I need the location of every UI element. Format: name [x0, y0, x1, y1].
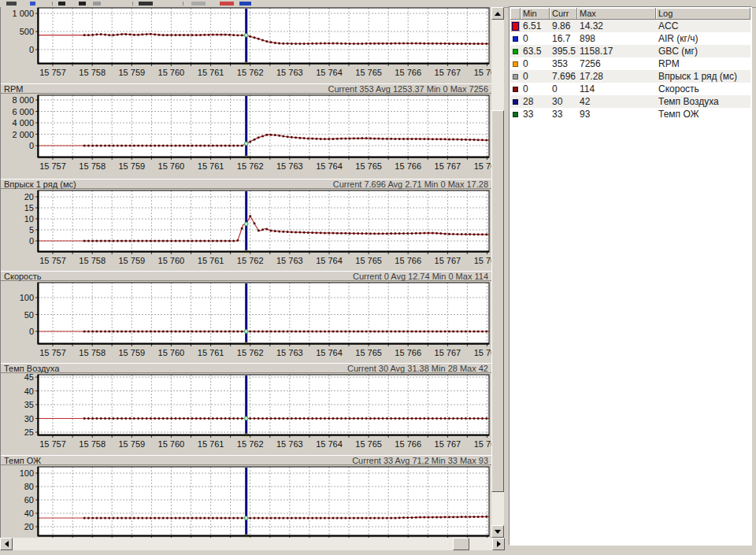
chart-title: Скорость	[4, 272, 42, 281]
chart-plot-vprysk[interactable]: 2015105015 75715 75815 75915 76015 76115…	[1, 179, 491, 271]
series-color-swatch[interactable]	[513, 36, 518, 42]
chart-plot-temp-vozduha[interactable]: 454035302515 75715 75815 75915 76015 761…	[1, 363, 491, 455]
chart-plot-gbc[interactable]: 1 000500015 75715 75815 75915 76015 7611…	[1, 7, 491, 83]
legend-color-cell	[510, 22, 521, 31]
legend-row-GBC (мг)[interactable]: 63.5395.51158.17GBC (мг)	[510, 45, 750, 57]
toolbar-button-fragment[interactable]	[132, 2, 133, 6]
svg-text:15 761: 15 761	[198, 68, 224, 77]
toolbar-button-fragment[interactable]	[6, 2, 17, 6]
chart-block-rpm: RPM Current 353 Avg 1253.37 Min 0 Max 72…	[1, 83, 491, 179]
svg-text:15 762: 15 762	[237, 256, 264, 265]
toolbar-button-fragment[interactable]	[30, 2, 35, 6]
series-color-swatch[interactable]	[513, 61, 518, 67]
svg-text:15 767: 15 767	[435, 439, 461, 449]
toolbar-button-fragment[interactable]	[93, 2, 101, 6]
legend-header-color[interactable]	[510, 8, 521, 20]
scroll-up-button[interactable]	[491, 7, 504, 20]
scroll-down-button[interactable]	[491, 525, 504, 538]
toolbar-button-fragment[interactable]	[52, 2, 53, 6]
legend-cell-log: Темп ОЖ	[656, 109, 750, 120]
svg-text:15 766: 15 766	[395, 439, 421, 449]
legend-cell-log: GBC (мг)	[656, 46, 750, 57]
scroll-right-button[interactable]	[492, 538, 505, 550]
series-color-swatch[interactable]	[513, 49, 518, 54]
svg-text:15 757: 15 757	[39, 256, 66, 265]
svg-text:15 757: 15 757	[39, 348, 66, 357]
svg-text:15 761: 15 761	[198, 256, 224, 265]
toolbar-button-fragment[interactable]	[79, 2, 86, 6]
chart-title: Впрыск 1 ряд (мс)	[4, 179, 76, 189]
vertical-scrollbar[interactable]	[491, 7, 504, 538]
legend-cell-curr: 353	[550, 58, 577, 69]
legend-row-RPM[interactable]: 03537256RPM	[510, 57, 750, 70]
series-color-swatch[interactable]	[513, 99, 518, 105]
series-color-swatch[interactable]	[513, 87, 518, 92]
svg-text:100: 100	[20, 468, 34, 478]
legend-row-Скорость[interactable]: 00114Скорость	[510, 83, 750, 95]
legend-table-body: 6.519.8614.32ACC016.7898AIR (кг/ч)63.539…	[510, 20, 750, 120]
chart-title: RPM	[4, 84, 23, 94]
svg-text:60: 60	[24, 495, 34, 505]
chart-area: 1 000500015 75715 75815 75915 76015 7611…	[0, 7, 491, 538]
svg-text:15 763: 15 763	[276, 256, 303, 265]
legend-cell-min: 63.5	[521, 46, 550, 57]
legend-table-header: Min Curr Max Log	[510, 8, 750, 20]
chart-plot-skorost[interactable]: 10050015 75715 75815 75915 76015 76115 7…	[1, 271, 491, 363]
legend-row-Впрыск 1 ряд (мс)[interactable]: 07.69617.28Впрыск 1 ряд (мс)	[510, 70, 750, 83]
legend-cell-max: 1158.17	[577, 46, 656, 57]
legend-row-AIR (кг/ч)[interactable]: 016.7898AIR (кг/ч)	[510, 32, 750, 45]
svg-text:15 768: 15 768	[474, 161, 491, 171]
svg-text:15 760: 15 760	[158, 68, 185, 77]
toolbar-button-fragment[interactable]	[239, 2, 251, 6]
legend-cell-min: 6.51	[521, 20, 550, 31]
series-color-swatch[interactable]	[512, 22, 519, 31]
legend-header-max[interactable]: Max	[577, 8, 656, 20]
toolbar-button-fragment[interactable]	[191, 2, 206, 6]
svg-text:45: 45	[24, 372, 34, 382]
left-arrow-icon	[5, 541, 9, 547]
legend-row-Темп ОЖ[interactable]: 333393Темп ОЖ	[510, 108, 750, 120]
svg-text:15 764: 15 764	[316, 439, 343, 449]
vertical-scroll-thumb[interactable]	[491, 110, 504, 492]
toolbar-button-fragment[interactable]	[58, 2, 65, 6]
svg-text:15 765: 15 765	[355, 161, 382, 171]
horizontal-scroll-thumb[interactable]	[453, 538, 469, 550]
svg-text:15 764: 15 764	[316, 68, 343, 77]
svg-text:15 767: 15 767	[435, 348, 461, 357]
legend-header-min[interactable]: Min	[521, 8, 550, 20]
chart-header-temp-ozh: Темп ОЖ Current 33 Avg 71.2 Min 33 Max 9…	[1, 455, 491, 465]
legend-row-Темп Воздуха[interactable]: 283042Темп Воздуха	[510, 95, 750, 108]
scroll-left-button[interactable]	[0, 538, 13, 550]
legend-cell-min: 0	[521, 33, 550, 44]
svg-text:15 758: 15 758	[79, 256, 106, 265]
chart-stats: Current 7.696 Avg 2.71 Min 0 Max 17.28	[333, 179, 488, 189]
legend-header-log[interactable]: Log	[656, 8, 750, 20]
chart-title: Темп Воздуха	[4, 364, 59, 373]
svg-text:15 764: 15 764	[316, 256, 343, 265]
chart-plot-rpm[interactable]: 8 0006 0004 0002 000015 75715 75815 7591…	[1, 83, 491, 179]
legend-panel-inner: Min Curr Max Log 6.519.8614.32ACC016.789…	[510, 8, 750, 544]
legend-cell-min: 28	[521, 96, 550, 107]
series-color-swatch[interactable]	[513, 112, 518, 117]
svg-text:15 760: 15 760	[158, 161, 185, 171]
toolbar-button-fragment[interactable]	[220, 2, 234, 6]
chart-block-skorost: Скорость Current 0 Avg 12.74 Min 0 Max 1…	[1, 271, 491, 363]
chart-plot-temp-ozh[interactable]: 10080604020	[1, 455, 491, 538]
svg-text:15 761: 15 761	[198, 348, 224, 357]
chart-block-temp-ozh: Темп ОЖ Current 33 Avg 71.2 Min 33 Max 9…	[1, 455, 491, 538]
series-color-swatch[interactable]	[513, 74, 518, 80]
legend-row-ACC[interactable]: 6.519.8614.32ACC	[510, 20, 750, 32]
svg-text:15 758: 15 758	[79, 439, 106, 449]
toolbar-button-fragment[interactable]	[139, 2, 153, 6]
svg-text:0: 0	[29, 236, 34, 246]
toolbar-button-fragment[interactable]	[183, 2, 183, 6]
legend-header-curr[interactable]: Curr	[550, 8, 577, 20]
horizontal-scrollbar[interactable]	[0, 538, 505, 550]
svg-text:80: 80	[24, 482, 34, 491]
svg-text:15 761: 15 761	[198, 439, 224, 449]
legend-cell-min: 0	[521, 58, 550, 69]
svg-text:15 763: 15 763	[276, 348, 303, 357]
legend-cell-log: RPM	[656, 58, 750, 69]
svg-text:20: 20	[24, 192, 34, 202]
legend-cell-log: Скорость	[656, 83, 750, 94]
